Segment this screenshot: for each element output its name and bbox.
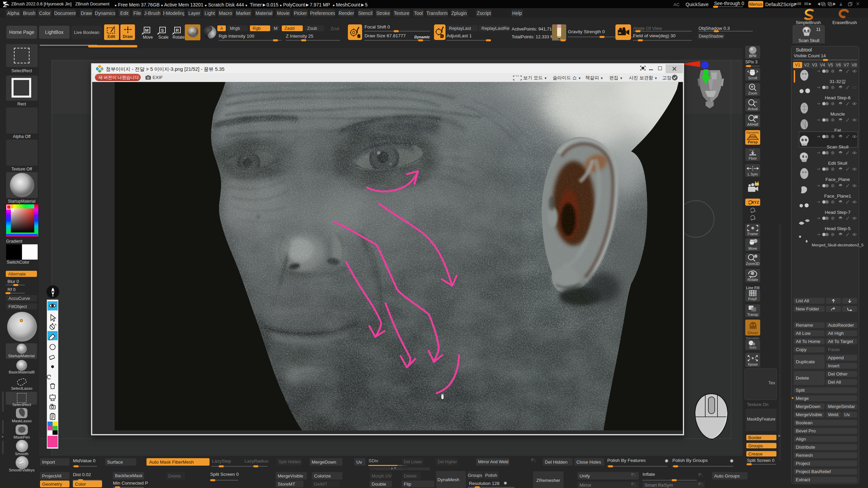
svg-text:Z: Z	[754, 217, 756, 220]
svg-text:M: M	[145, 28, 149, 33]
svg-text:z: z	[702, 475, 703, 477]
svg-text:z: z	[635, 475, 636, 477]
svg-text:x: x	[532, 460, 533, 462]
svg-text:z: z	[535, 460, 536, 462]
svg-text:x: x	[632, 475, 633, 477]
svg-text:z: z	[635, 484, 636, 486]
svg-text:Y: Y	[754, 210, 756, 213]
svg-text:x: x	[699, 475, 700, 477]
svg-text:x1: x1	[754, 100, 757, 103]
svg-text:x y z: x y z	[749, 149, 754, 151]
svg-text:D: D	[440, 34, 443, 39]
svg-text:S: S	[161, 28, 164, 33]
svg-text:XYZ: XYZ	[752, 200, 759, 204]
svg-text:S: S	[357, 34, 360, 39]
svg-text:x: x	[632, 484, 633, 486]
svg-text:x: x	[699, 484, 700, 486]
svg-text:R: R	[176, 28, 179, 33]
svg-text:z: z	[702, 484, 703, 486]
